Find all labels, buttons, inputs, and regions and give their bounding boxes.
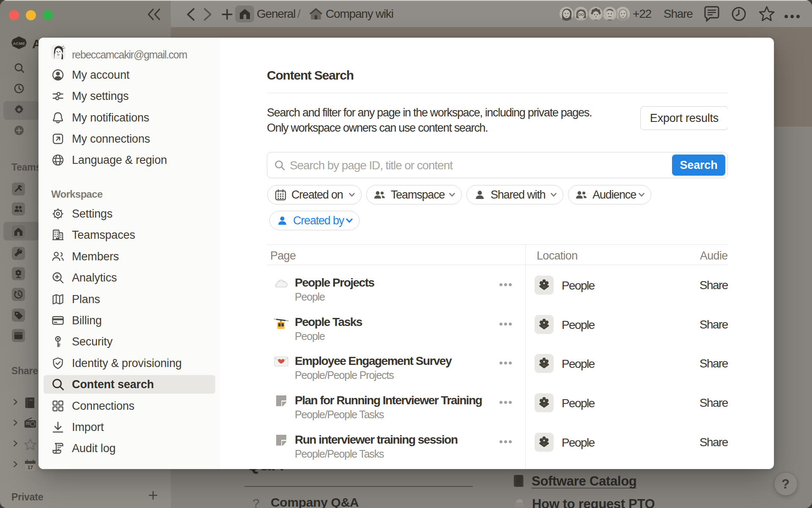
svg-text:17: 17 (27, 464, 33, 470)
svg-text:ACME: ACME (13, 41, 25, 46)
